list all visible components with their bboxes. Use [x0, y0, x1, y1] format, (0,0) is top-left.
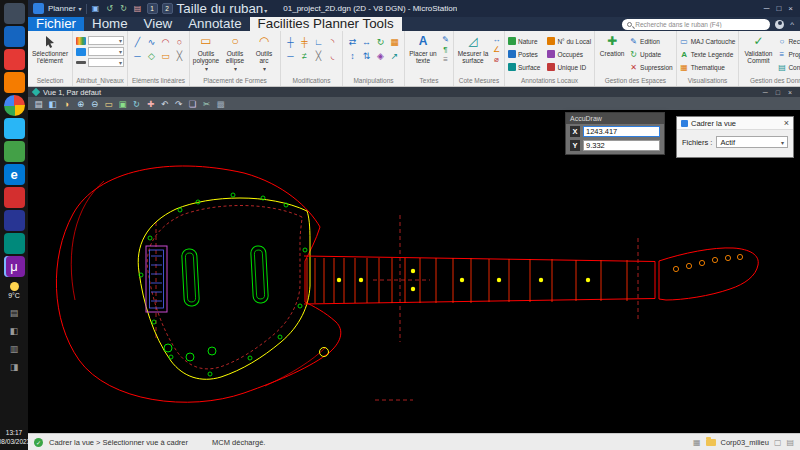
- multiline-tool-icon[interactable]: ╳: [173, 49, 186, 62]
- measure-angle-icon[interactable]: ∠: [492, 45, 501, 54]
- measure-distance-icon[interactable]: ↔: [492, 35, 501, 44]
- minimize-icon[interactable]: ─: [764, 4, 770, 13]
- align-icon[interactable]: ⇅: [360, 49, 373, 62]
- insert-vertex-icon[interactable]: ◟: [326, 49, 339, 62]
- zoom-in-icon[interactable]: ⊕: [75, 98, 86, 109]
- place-text-button[interactable]: A Placer un texte: [408, 33, 438, 65]
- measure-radius-icon[interactable]: ⌀: [492, 55, 501, 64]
- print-icon[interactable]: ▤: [133, 4, 143, 14]
- select-element-button[interactable]: Sélectionner l'élément: [31, 33, 69, 65]
- view-attributes-icon[interactable]: ▤: [33, 98, 44, 109]
- zoom-out-icon[interactable]: ⊖: [89, 98, 100, 109]
- update-button[interactable]: ↻Update: [629, 48, 673, 60]
- occupes-button[interactable]: Occupés: [547, 48, 591, 60]
- quick-view-2-button[interactable]: 2: [162, 3, 173, 14]
- trim-icon[interactable]: ─: [284, 49, 297, 62]
- adjust-view-icon[interactable]: ◑: [61, 98, 72, 109]
- clip-mask-icon[interactable]: ▩: [215, 98, 226, 109]
- text-node-icon[interactable]: ¶: [441, 45, 450, 54]
- copy-view-icon[interactable]: ❏: [187, 98, 198, 109]
- line-weight-swatch[interactable]: [76, 61, 86, 64]
- edit-text-icon[interactable]: ✎: [441, 35, 450, 44]
- taskbar-pinned-icon-4[interactable]: ◨: [6, 359, 22, 375]
- taskbar-app-icon-11[interactable]: [4, 233, 25, 254]
- accudraw-y-input[interactable]: [583, 140, 660, 151]
- proprietes-button[interactable]: ≡Propriétés: [777, 48, 800, 60]
- accudraw-x-input[interactable]: [583, 126, 660, 137]
- validation-commit-button[interactable]: ✓ Validation Commit: [742, 33, 774, 65]
- taskbar-app-icon-4[interactable]: [4, 72, 25, 93]
- view-titlebar[interactable]: Vue 1, Par défaut ─ □ ×: [28, 87, 800, 97]
- close-icon[interactable]: ×: [788, 4, 793, 13]
- fillet-icon[interactable]: ◝: [326, 35, 339, 48]
- measure-area-button[interactable]: ◿ Mesurer la surface: [457, 33, 489, 65]
- postes-button[interactable]: Postes: [508, 48, 540, 60]
- taskbar-pinned-icon-1[interactable]: ▤: [6, 305, 22, 321]
- local-number-button[interactable]: N° du Local: [547, 35, 591, 47]
- dialog-close-icon[interactable]: ×: [784, 119, 789, 128]
- line-style-swatch[interactable]: [76, 48, 86, 56]
- break-element-icon[interactable]: ╪: [298, 35, 311, 48]
- fit-view-dialog-titlebar[interactable]: Cadrer la vue ×: [677, 117, 793, 130]
- microstation-icon[interactable]: [4, 256, 25, 277]
- taskbar-pinned-icon-3[interactable]: ▥: [6, 341, 22, 357]
- array-icon[interactable]: ▦: [388, 35, 401, 48]
- taskbar-app-icon-7[interactable]: [4, 141, 25, 162]
- ribbon-search-box[interactable]: [622, 19, 770, 30]
- tab-view[interactable]: View: [136, 17, 181, 31]
- taskbar-clock[interactable]: 13:17 08/03/2023: [0, 428, 30, 448]
- view-next-icon[interactable]: ↷: [173, 98, 184, 109]
- recherche-button[interactable]: ○Recherche: [777, 35, 800, 47]
- drawing-canvas[interactable]: AccuDraw X Y Cadrer la vue × Fic: [28, 110, 800, 433]
- undo-icon[interactable]: ↺: [105, 4, 115, 14]
- active-color-swatch[interactable]: [76, 37, 86, 45]
- extend-line-icon[interactable]: ∟: [312, 35, 325, 48]
- text-style-icon[interactable]: ≡: [441, 55, 450, 64]
- accudraw-titlebar[interactable]: AccuDraw: [566, 113, 664, 124]
- polygon-tools-button[interactable]: ▭ Outils polygone: [193, 33, 219, 73]
- taskbar-app-icon-1[interactable]: [4, 3, 25, 24]
- texte-legende-button[interactable]: ATexte Legende: [680, 48, 736, 60]
- arc-tools-button[interactable]: ◠ Outils arc: [251, 33, 277, 73]
- selection-status-icon[interactable]: ▢: [774, 438, 782, 447]
- view-previous-icon[interactable]: ↶: [159, 98, 170, 109]
- segment-tool-icon[interactable]: ─: [131, 49, 144, 62]
- chamfer-icon[interactable]: ≠: [298, 49, 311, 62]
- quick-view-1-button[interactable]: 1: [147, 3, 158, 14]
- taskbar-app-icon-10[interactable]: [4, 210, 25, 231]
- maximize-icon[interactable]: □: [776, 4, 781, 13]
- mirror-icon[interactable]: ↕: [346, 49, 359, 62]
- clip-volume-icon[interactable]: ✂: [201, 98, 212, 109]
- redo-icon[interactable]: ↻: [119, 4, 129, 14]
- view-window-controls[interactable]: ─ □ ×: [763, 89, 795, 96]
- level-select[interactable]: [88, 36, 124, 45]
- thematique-button[interactable]: ▦Thematique: [680, 61, 736, 73]
- smartline-tool-icon[interactable]: ∿: [145, 35, 158, 48]
- rectangle-tool-icon[interactable]: ▭: [159, 49, 172, 62]
- rotate-view-icon[interactable]: ↻: [131, 98, 142, 109]
- grid-status-icon[interactable]: ▦: [693, 438, 701, 447]
- collapse-ribbon-icon[interactable]: ^: [790, 20, 794, 29]
- surface-button[interactable]: Surface: [508, 61, 540, 73]
- tab-home[interactable]: Home: [84, 17, 136, 31]
- ribbon-size-button[interactable]: Taille du ruban: [177, 1, 268, 16]
- taskbar-app-icon-6[interactable]: [4, 118, 25, 139]
- modify-element-icon[interactable]: ┼: [284, 35, 297, 48]
- maj-cartouche-button[interactable]: ▭MAJ Cartouche: [680, 35, 736, 47]
- pan-view-icon[interactable]: ✚: [145, 98, 156, 109]
- taskbar-weather[interactable]: 9°C: [8, 282, 20, 300]
- stretch-icon[interactable]: ◈: [374, 49, 387, 62]
- taskbar-app-icon-9[interactable]: [4, 187, 25, 208]
- unique-id-button[interactable]: Unique ID: [547, 61, 591, 73]
- window-area-icon[interactable]: ▭: [103, 98, 114, 109]
- save-icon[interactable]: ▣: [91, 4, 101, 14]
- browser-icon[interactable]: [4, 95, 25, 116]
- tab-fichier[interactable]: Fichier: [28, 17, 84, 31]
- ribbon-search-input[interactable]: [635, 21, 765, 28]
- tab-annotate[interactable]: Annotate: [180, 17, 249, 31]
- lock-status-icon[interactable]: ▤: [786, 438, 794, 447]
- edition-button[interactable]: ✎Edition: [629, 35, 673, 47]
- edge-icon[interactable]: [4, 164, 25, 185]
- circle-tool-icon[interactable]: ○: [173, 35, 186, 48]
- delete-vertex-icon[interactable]: ╳: [312, 49, 325, 62]
